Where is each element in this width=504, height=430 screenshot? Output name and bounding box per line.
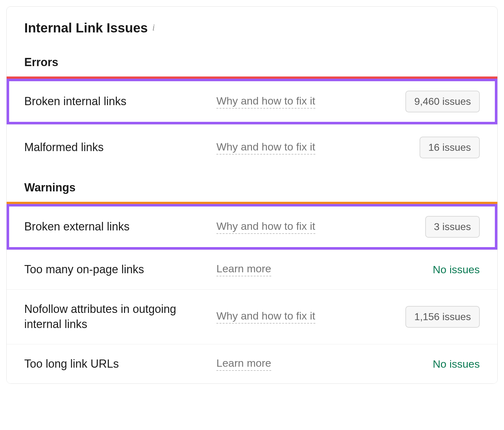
issue-name: Broken internal links — [24, 94, 216, 109]
issue-name: Too many on-page links — [24, 262, 216, 277]
issue-row-too-long-link-urls[interactable]: Too long link URLs Learn more No issues — [7, 344, 497, 384]
learn-more-link[interactable]: Learn more — [216, 263, 271, 276]
issue-name: Broken external links — [24, 219, 216, 235]
issue-row-nofollow-attributes[interactable]: Nofollow attributes in outgoing internal… — [7, 289, 497, 344]
errors-divider-bar — [7, 76, 497, 79]
issue-count-badge[interactable]: 9,460 issues — [405, 91, 480, 112]
warnings-divider-bar — [7, 202, 497, 204]
issue-row-broken-internal-links[interactable]: Broken internal links Why and how to fix… — [7, 79, 497, 124]
no-issues-label: No issues — [433, 263, 480, 275]
issue-name: Malformed links — [24, 140, 216, 155]
issue-count-badge[interactable]: 1,156 issues — [405, 306, 480, 328]
section-heading-warnings: Warnings — [7, 170, 497, 202]
why-and-how-link[interactable]: Why and how to fix it — [216, 141, 315, 155]
issue-row-too-many-on-page-links[interactable]: Too many on-page links Learn more No iss… — [7, 250, 497, 289]
learn-more-link[interactable]: Learn more — [216, 357, 271, 371]
issue-count-badge[interactable]: 16 issues — [420, 137, 480, 158]
issue-row-broken-external-links[interactable]: Broken external links Why and how to fix… — [7, 204, 497, 250]
section-heading-errors: Errors — [7, 45, 497, 76]
why-and-how-link[interactable]: Why and how to fix it — [216, 220, 315, 234]
panel-title: Internal Link Issues — [24, 20, 148, 36]
issue-row-malformed-links[interactable]: Malformed links Why and how to fix it 16… — [7, 124, 497, 170]
issue-name: Nofollow attributes in outgoing internal… — [24, 302, 216, 332]
info-icon[interactable]: i — [152, 22, 155, 33]
why-and-how-link[interactable]: Why and how to fix it — [216, 310, 315, 324]
panel-header: Internal Link Issues i — [7, 7, 497, 45]
no-issues-label: No issues — [433, 358, 480, 370]
issue-count-badge[interactable]: 3 issues — [425, 216, 480, 238]
why-and-how-link[interactable]: Why and how to fix it — [216, 95, 315, 109]
issue-name: Too long link URLs — [24, 356, 216, 372]
internal-link-issues-panel: Internal Link Issues i Errors Broken int… — [6, 6, 498, 384]
